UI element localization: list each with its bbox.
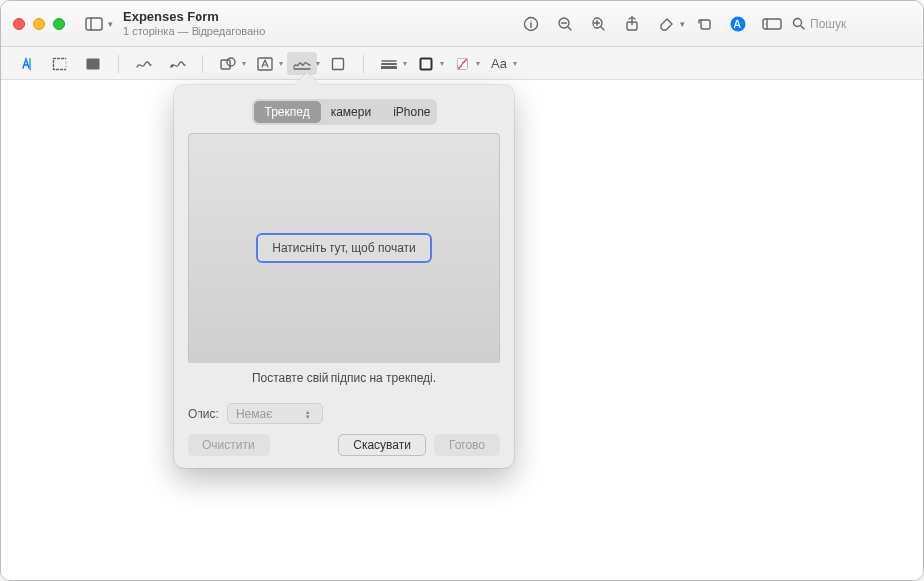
info-icon: [523, 16, 539, 32]
text-style-icon: Aa: [491, 56, 507, 71]
svg-rect-0: [86, 18, 102, 30]
start-signing-button[interactable]: Натисніть тут, щоб почати: [256, 233, 432, 263]
tab-trackpad[interactable]: Трекпед: [254, 101, 321, 123]
preview-window: ▾ Expenses Form 1 сторінка — Відредагова…: [0, 0, 924, 581]
search-placeholder: Пошук: [810, 17, 846, 31]
svg-rect-28: [333, 58, 344, 69]
info-button[interactable]: [517, 10, 545, 38]
description-label: Опис:: [188, 407, 219, 421]
signature-popover: Трекпед камери iPhone Натисніть тут, щоб…: [174, 85, 514, 468]
svg-line-19: [801, 26, 804, 29]
markup-toolbar: ▾ ▾ ▾ ▾ ▾ ▾: [1, 47, 923, 80]
note-icon: [331, 57, 345, 71]
svg-point-18: [794, 19, 802, 27]
text-tool[interactable]: [250, 52, 280, 75]
svg-point-17: [765, 23, 766, 24]
markup-icon: [729, 15, 747, 33]
zoom-window-button[interactable]: [53, 18, 65, 30]
popover-buttons: Очистити Скасувати Готово: [188, 434, 500, 456]
clear-button[interactable]: Очистити: [188, 434, 270, 456]
form-fields-button[interactable]: [758, 10, 786, 38]
description-row: Опис: Немає ▴▾: [188, 403, 500, 424]
toolbar-right: ▾ Пошук: [517, 10, 911, 38]
svg-point-25: [227, 58, 235, 66]
chevron-down-icon: ▾: [440, 59, 444, 68]
divider: [363, 55, 364, 73]
shapes-tool[interactable]: [213, 52, 243, 75]
border-color-icon: [419, 57, 433, 71]
document-title: Expenses Form: [123, 10, 517, 24]
chevron-down-icon: ▾: [242, 59, 246, 68]
done-button[interactable]: Готово: [434, 434, 500, 456]
redact-tool[interactable]: [78, 52, 108, 75]
redact-icon: [85, 57, 101, 71]
fill-color-tool[interactable]: [448, 52, 477, 75]
signature-source-segmented: Трекпед камери iPhone: [252, 99, 437, 125]
title-block: Expenses Form 1 сторінка — Відредаговано: [123, 10, 517, 36]
sketch-tool[interactable]: [129, 52, 159, 75]
rectangular-selection-tool[interactable]: [45, 52, 74, 75]
highlighter-icon: [658, 16, 674, 32]
zoom-out-button[interactable]: [551, 10, 579, 38]
svg-point-14: [731, 16, 746, 31]
chevron-down-icon: ▾: [403, 59, 407, 68]
fill-color-icon: [456, 57, 469, 71]
border-color-tool[interactable]: [411, 52, 441, 75]
rotate-button[interactable]: [691, 10, 719, 38]
zoom-in-icon: [591, 16, 606, 32]
close-window-button[interactable]: [13, 18, 25, 30]
shapes-icon: [220, 57, 236, 71]
document-subtitle: 1 сторінка — Відредаговано: [123, 25, 517, 37]
share-icon: [625, 16, 639, 32]
text-style-tool[interactable]: Aa: [484, 52, 514, 75]
chevron-down-icon: ▾: [279, 59, 283, 68]
divider: [118, 55, 119, 73]
svg-rect-22: [87, 58, 100, 69]
chevron-down-icon: ▾: [316, 59, 320, 68]
text-cursor-icon: [19, 56, 33, 72]
svg-point-23: [171, 64, 174, 67]
signature-instruction: Поставте свій підпис на трекпеді.: [188, 371, 500, 385]
signature-canvas[interactable]: Натисніть тут, щоб почати: [188, 133, 500, 363]
svg-line-6: [568, 27, 571, 30]
svg-rect-32: [421, 58, 432, 69]
zoom-in-button[interactable]: [585, 10, 612, 38]
text-selection-tool[interactable]: [11, 52, 41, 75]
svg-rect-21: [54, 58, 66, 69]
signature-icon: [292, 57, 312, 71]
svg-rect-13: [701, 20, 710, 29]
tab-iphone[interactable]: iPhone: [382, 101, 441, 123]
chevron-down-icon: ▾: [680, 19, 685, 29]
description-select[interactable]: Немає ▴▾: [227, 403, 323, 424]
cancel-button[interactable]: Скасувати: [338, 434, 426, 456]
share-button[interactable]: [618, 10, 646, 38]
chevron-down-icon: ▾: [476, 59, 480, 68]
note-tool[interactable]: [324, 52, 353, 75]
description-value: Немає: [236, 407, 272, 421]
rotate-icon: [697, 16, 713, 32]
search-field[interactable]: Пошук: [792, 17, 911, 31]
divider: [202, 55, 203, 73]
title-bar: ▾ Expenses Form 1 сторінка — Відредагова…: [1, 1, 923, 47]
form-fields-icon: [762, 18, 782, 30]
select-arrows-icon: ▴▾: [302, 409, 314, 419]
sidebar-toggle-button[interactable]: [80, 10, 108, 38]
svg-line-9: [601, 27, 604, 30]
chevron-down-icon: ▾: [513, 59, 517, 68]
tab-camera[interactable]: камери: [321, 101, 383, 123]
lines-icon: [381, 59, 397, 69]
rect-select-icon: [52, 57, 67, 71]
minimize-window-button[interactable]: [33, 18, 45, 30]
sign-tool[interactable]: [287, 52, 317, 75]
draw-tool[interactable]: [163, 52, 193, 75]
markup-toggle-button[interactable]: [725, 10, 752, 38]
window-controls: [13, 18, 65, 30]
svg-point-3: [530, 20, 531, 21]
sidebar-icon: [85, 17, 103, 31]
zoom-out-icon: [557, 16, 573, 32]
draw-icon: [169, 58, 187, 70]
border-style-tool[interactable]: [374, 52, 404, 75]
svg-rect-15: [763, 19, 781, 29]
highlight-button[interactable]: [652, 10, 680, 38]
search-icon: [792, 17, 805, 30]
